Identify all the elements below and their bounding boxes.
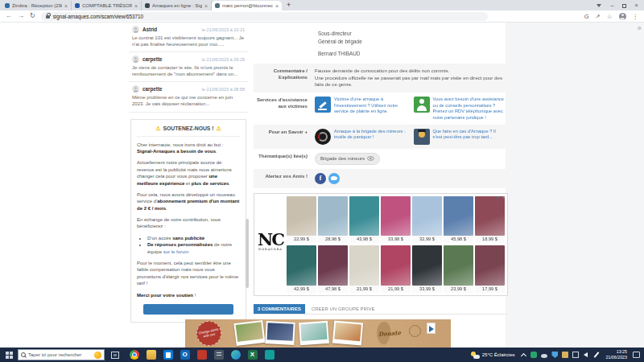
notification-center-icon[interactable] [633, 352, 640, 358]
comment-item[interactable]: Astrid le 21/06/2023 à 10:21 Le contrat … [129, 23, 248, 52]
new-tab-button[interactable]: + [287, 1, 291, 9]
address-bar[interactable]: signal-arnaques.com/scam/view/653710 [41, 12, 488, 21]
tab-search-chevron-icon[interactable] [597, 4, 601, 7]
product-card[interactable]: 18,99 $ [475, 196, 505, 244]
browser-menu-icon[interactable]: ⋮ [633, 13, 639, 20]
browser-tab-strip: Zimbra : Réception (2980) × COMPTABLE TR… [0, 0, 644, 10]
screen: Zimbra : Réception (2980) × COMPTABLE TR… [0, 0, 644, 362]
search-highlight-icon[interactable] [94, 352, 101, 359]
tray-volume-icon[interactable] [583, 352, 589, 358]
product-card[interactable]: 28,98 $ [318, 196, 348, 244]
tray-folder-icon[interactable] [562, 352, 568, 358]
product-card[interactable]: 47,98 $ [318, 245, 348, 293]
article-brigade-mineurs-link[interactable]: Arnaque à la brigade des mineurs : inuti… [315, 129, 407, 145]
reload-icon[interactable]: ↻ [30, 13, 35, 19]
maximize-button[interactable] [618, 0, 630, 10]
service-legal-rdv-link[interactable]: Vous avez besoin d'une assistance ou de … [414, 97, 506, 121]
product-image [349, 245, 379, 286]
service-complaint-link[interactable]: Victime d'une arnaque à l'investissement… [315, 97, 407, 121]
taskbar-explorer-app-icon[interactable] [147, 350, 156, 360]
comments-count-tab[interactable]: 3 COMMENTAIRES [254, 304, 305, 314]
product-price: 47,98 $ [318, 286, 348, 293]
product-price: 21,99 $ [381, 286, 411, 293]
subscribe-button[interactable] [143, 304, 233, 315]
tray-onedrive-icon[interactable] [541, 354, 547, 358]
product-price: 43,98 $ [349, 236, 379, 243]
product-card[interactable]: 33,99 $ [412, 245, 442, 293]
create-private-group-link[interactable]: CREER UN GROUPE PRIVE [312, 306, 375, 314]
tray-eco-icon[interactable] [530, 352, 537, 358]
product-card[interactable]: 42,99 $ [287, 245, 316, 293]
google-extension-icon[interactable]: G [584, 13, 589, 20]
comment-author: carpette [142, 56, 163, 62]
dress-ad[interactable]: ▷ ✕ NC NORACORA 22,99 $28,98 $43,98 $33,… [254, 193, 508, 296]
ad-close-icon[interactable]: ✕ [502, 195, 506, 200]
product-card[interactable]: 22,99 $ [287, 196, 316, 244]
taskbar-red-app-icon[interactable] [197, 350, 207, 360]
product-card[interactable]: 23,99 $ [444, 245, 473, 293]
product-price: 32,99 $ [412, 236, 442, 243]
minimize-button[interactable]: – [606, 0, 618, 10]
product-image [475, 196, 505, 237]
tab-close-icon[interactable]: × [134, 3, 138, 9]
bottom-banner-ad[interactable]: Change starts with you Donate [185, 319, 451, 348]
thematique-tag[interactable]: Brigade des mineurs [315, 153, 380, 165]
support-paragraph: Merci pour votre soutien ! [137, 292, 240, 298]
taskbar-teal-app-icon[interactable] [265, 350, 275, 360]
task-view-button[interactable] [111, 352, 119, 359]
tab-close-icon[interactable]: × [204, 3, 208, 9]
tray-display-icon[interactable] [572, 352, 579, 358]
taskbar-pinned-apps [126, 350, 278, 360]
profile-avatar[interactable] [619, 13, 626, 20]
tray-shield-icon[interactable] [551, 352, 558, 358]
product-card[interactable]: 45,98 $ [444, 196, 473, 244]
product-card[interactable]: 17,99 $ [475, 245, 505, 293]
share-icon[interactable]: ↗ [595, 13, 600, 20]
tab-arnaques[interactable]: Arnaques en ligne : Signalemen × [142, 1, 212, 10]
comment-text: Même problème en ce qui me concerne en j… [132, 94, 245, 107]
start-button[interactable] [0, 348, 18, 362]
page-gear-icon[interactable]: ⚙ [638, 25, 642, 31]
tab-close-icon[interactable]: × [275, 3, 279, 9]
tray-pen-icon[interactable] [593, 352, 600, 358]
tab-zimbra[interactable]: Zimbra : Réception (2980) × [2, 1, 72, 10]
forward-icon[interactable]: → [18, 13, 24, 19]
taskbar-dark-app-icon[interactable] [214, 350, 224, 360]
taskbar-store-app-icon[interactable] [163, 350, 173, 360]
facebook-share-icon[interactable]: f [315, 173, 326, 184]
benefit-item[interactable]: De réponses personnalisées de notre équi… [147, 241, 240, 255]
product-price: 22,99 $ [287, 236, 316, 243]
product-card[interactable]: 33,98 $ [381, 196, 411, 244]
support-box: ⚠SOUTENEZ-NOUS !⚠ Cher internaute, nous … [130, 119, 246, 323]
taskbar-clock[interactable]: 13:25 21/06/2023 [605, 349, 627, 360]
padlock-icon[interactable] [46, 15, 50, 19]
comment-item[interactable]: carpette le 21/06/2023 à 08:58 Même prob… [129, 82, 248, 112]
back-icon[interactable]: ← [6, 13, 12, 19]
adchoices-icon[interactable]: ▷ [497, 195, 500, 200]
donate-label[interactable]: Donate [378, 329, 402, 338]
weather-widget[interactable]: 25°C Éclaircies [471, 352, 515, 359]
tab-comptable[interactable]: COMPTABLE TRÉSORERIE F/H - × [72, 1, 142, 10]
taskbar-edge-app-icon[interactable] [231, 350, 241, 360]
article-que-faire-link[interactable]: Que faire en cas d'Arnaque ? Il n'est pe… [414, 129, 506, 145]
product-price: 21,99 $ [349, 286, 379, 293]
product-card[interactable]: 21,99 $ [381, 245, 411, 293]
taskbar-outlook-app-icon[interactable] [180, 350, 190, 360]
close-window-button[interactable]: × [630, 0, 642, 10]
taskbar-excel-app-icon[interactable] [248, 350, 258, 360]
tray-chevron-up-icon[interactable] [520, 352, 526, 358]
ad-brand-logo[interactable]: NC NORACORA [255, 231, 286, 251]
sidebar-scrollbar-thumb[interactable] [246, 241, 249, 288]
product-card[interactable]: 43,98 $ [349, 196, 379, 244]
twitter-share-icon[interactable] [328, 173, 340, 184]
product-card[interactable]: 21,99 $ [349, 245, 379, 293]
product-card[interactable]: 32,99 $ [412, 196, 442, 244]
taskbar-search-input[interactable]: Taper ici pour rechercher [18, 349, 105, 360]
police-figure-thumbnail [414, 129, 430, 145]
taskbar-chrome-app-icon[interactable] [130, 350, 139, 360]
comment-text: Je viens de contacter le site. Ils m'ont… [132, 64, 245, 77]
bookmark-star-icon[interactable]: ☆ [607, 13, 613, 20]
tab-close-icon[interactable]: × [64, 3, 68, 9]
comment-item[interactable]: carpette le 21/06/2023 à 09:26 Je viens … [129, 52, 248, 82]
tab-active-scam-view[interactable]: marc.perron@btconnect.com | C × [212, 1, 282, 10]
